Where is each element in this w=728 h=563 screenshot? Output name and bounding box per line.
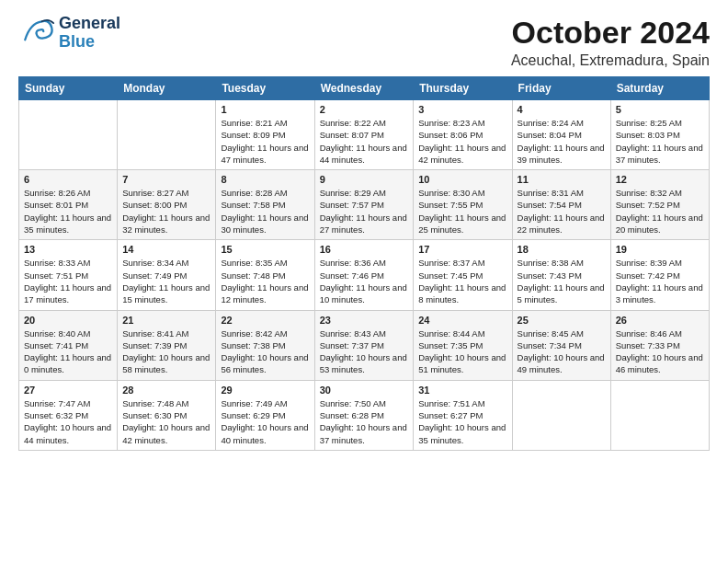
day-number: 3 [418, 104, 506, 115]
day-info: Sunrise: 8:40 AMSunset: 7:41 PMDaylight:… [24, 327, 112, 376]
day-info: Sunrise: 8:42 AMSunset: 7:38 PMDaylight:… [221, 327, 309, 376]
day-number: 7 [122, 174, 210, 185]
day-info: Sunrise: 8:27 AMSunset: 8:00 PMDaylight:… [122, 187, 210, 236]
day-info: Sunrise: 8:28 AMSunset: 7:58 PMDaylight:… [221, 187, 309, 236]
calendar-cell: 15Sunrise: 8:35 AMSunset: 7:48 PMDayligh… [216, 240, 314, 310]
day-number: 9 [320, 174, 409, 185]
day-info: Sunrise: 7:50 AMSunset: 6:28 PMDaylight:… [320, 397, 409, 446]
day-info: Sunrise: 8:32 AMSunset: 7:52 PMDaylight:… [616, 187, 704, 236]
calendar-cell: 5Sunrise: 8:25 AMSunset: 8:03 PMDaylight… [610, 100, 709, 170]
day-info: Sunrise: 8:31 AMSunset: 7:54 PMDaylight:… [518, 187, 606, 236]
calendar-cell: 30Sunrise: 7:50 AMSunset: 6:28 PMDayligh… [314, 380, 414, 450]
calendar-cell: 10Sunrise: 8:30 AMSunset: 7:55 PMDayligh… [414, 170, 512, 240]
title-block: October 2024 Aceuchal, Extremadura, Spai… [511, 15, 710, 69]
day-info: Sunrise: 7:48 AMSunset: 6:30 PMDaylight:… [122, 397, 210, 446]
calendar-cell: 26Sunrise: 8:46 AMSunset: 7:33 PMDayligh… [610, 310, 709, 380]
calendar-cell [19, 100, 118, 170]
calendar-cell: 23Sunrise: 8:43 AMSunset: 7:37 PMDayligh… [314, 310, 414, 380]
calendar-cell: 3Sunrise: 8:23 AMSunset: 8:06 PMDaylight… [414, 100, 512, 170]
calendar-cell: 21Sunrise: 8:41 AMSunset: 7:39 PMDayligh… [118, 310, 216, 380]
day-info: Sunrise: 8:29 AMSunset: 7:57 PMDaylight:… [320, 187, 409, 236]
calendar-cell: 13Sunrise: 8:33 AMSunset: 7:51 PMDayligh… [19, 240, 118, 310]
logo-general-text: General [59, 15, 120, 33]
day-number: 31 [418, 385, 506, 396]
calendar-cell [512, 380, 610, 450]
day-info: Sunrise: 8:46 AMSunset: 7:33 PMDaylight:… [616, 327, 704, 376]
calendar-cell: 12Sunrise: 8:32 AMSunset: 7:52 PMDayligh… [610, 170, 709, 240]
calendar-header-sunday: Sunday [19, 77, 118, 100]
day-number: 10 [418, 174, 506, 185]
day-number: 8 [221, 174, 309, 185]
day-number: 15 [221, 244, 309, 255]
calendar-cell: 14Sunrise: 8:34 AMSunset: 7:49 PMDayligh… [118, 240, 216, 310]
logo: General Blue [18, 15, 120, 52]
calendar-cell: 29Sunrise: 7:49 AMSunset: 6:29 PMDayligh… [216, 380, 314, 450]
day-number: 28 [122, 385, 210, 396]
day-number: 22 [221, 315, 309, 326]
day-info: Sunrise: 8:45 AMSunset: 7:34 PMDaylight:… [518, 327, 606, 376]
calendar-header-tuesday: Tuesday [216, 77, 314, 100]
day-info: Sunrise: 8:21 AMSunset: 8:09 PMDaylight:… [221, 117, 309, 166]
calendar-cell: 7Sunrise: 8:27 AMSunset: 8:00 PMDaylight… [118, 170, 216, 240]
page: General Blue October 2024 Aceuchal, Extr… [0, 0, 728, 460]
day-info: Sunrise: 7:51 AMSunset: 6:27 PMDaylight:… [418, 397, 506, 446]
day-info: Sunrise: 8:38 AMSunset: 7:43 PMDaylight:… [518, 257, 606, 305]
day-number: 4 [518, 104, 606, 115]
calendar-week-row: 20Sunrise: 8:40 AMSunset: 7:41 PMDayligh… [19, 310, 710, 380]
calendar-cell: 8Sunrise: 8:28 AMSunset: 7:58 PMDaylight… [216, 170, 314, 240]
logo-icon [18, 15, 55, 52]
day-number: 11 [518, 174, 606, 185]
day-number: 2 [320, 104, 409, 115]
calendar-cell: 9Sunrise: 8:29 AMSunset: 7:57 PMDaylight… [314, 170, 414, 240]
day-number: 16 [320, 244, 409, 255]
day-info: Sunrise: 8:41 AMSunset: 7:39 PMDaylight:… [122, 327, 210, 376]
calendar-cell: 4Sunrise: 8:24 AMSunset: 8:04 PMDaylight… [512, 100, 610, 170]
day-number: 1 [221, 104, 309, 115]
day-number: 21 [122, 315, 210, 326]
calendar-cell: 28Sunrise: 7:48 AMSunset: 6:30 PMDayligh… [118, 380, 216, 450]
month-title: October 2024 [511, 15, 710, 51]
day-number: 26 [616, 315, 704, 326]
day-info: Sunrise: 8:30 AMSunset: 7:55 PMDaylight:… [418, 187, 506, 236]
day-number: 23 [320, 315, 409, 326]
day-number: 13 [24, 244, 112, 255]
day-number: 14 [122, 244, 210, 255]
day-number: 19 [616, 244, 704, 255]
calendar-cell: 27Sunrise: 7:47 AMSunset: 6:32 PMDayligh… [19, 380, 118, 450]
day-number: 6 [24, 174, 112, 185]
calendar-table: SundayMondayTuesdayWednesdayThursdayFrid… [18, 76, 710, 451]
calendar-header-friday: Friday [512, 77, 610, 100]
calendar-cell: 17Sunrise: 8:37 AMSunset: 7:45 PMDayligh… [414, 240, 512, 310]
calendar-cell: 31Sunrise: 7:51 AMSunset: 6:27 PMDayligh… [414, 380, 512, 450]
day-number: 30 [320, 385, 409, 396]
calendar-week-row: 6Sunrise: 8:26 AMSunset: 8:01 PMDaylight… [19, 170, 710, 240]
calendar-cell: 20Sunrise: 8:40 AMSunset: 7:41 PMDayligh… [19, 310, 118, 380]
calendar-cell [610, 380, 709, 450]
calendar-cell: 24Sunrise: 8:44 AMSunset: 7:35 PMDayligh… [414, 310, 512, 380]
calendar-header-monday: Monday [118, 77, 216, 100]
header: General Blue October 2024 Aceuchal, Extr… [18, 15, 710, 69]
calendar-header-thursday: Thursday [414, 77, 512, 100]
day-info: Sunrise: 7:47 AMSunset: 6:32 PMDaylight:… [24, 397, 112, 446]
calendar-cell [118, 100, 216, 170]
day-info: Sunrise: 7:49 AMSunset: 6:29 PMDaylight:… [221, 397, 309, 446]
day-info: Sunrise: 8:34 AMSunset: 7:49 PMDaylight:… [122, 257, 210, 305]
day-info: Sunrise: 8:37 AMSunset: 7:45 PMDaylight:… [418, 257, 506, 305]
calendar-header-wednesday: Wednesday [314, 77, 414, 100]
day-number: 20 [24, 315, 112, 326]
day-number: 17 [418, 244, 506, 255]
day-info: Sunrise: 8:26 AMSunset: 8:01 PMDaylight:… [24, 187, 112, 236]
calendar-cell: 11Sunrise: 8:31 AMSunset: 7:54 PMDayligh… [512, 170, 610, 240]
day-number: 27 [24, 385, 112, 396]
calendar-cell: 18Sunrise: 8:38 AMSunset: 7:43 PMDayligh… [512, 240, 610, 310]
day-number: 25 [518, 315, 606, 326]
calendar-cell: 22Sunrise: 8:42 AMSunset: 7:38 PMDayligh… [216, 310, 314, 380]
day-number: 18 [518, 244, 606, 255]
calendar-cell: 19Sunrise: 8:39 AMSunset: 7:42 PMDayligh… [610, 240, 709, 310]
day-info: Sunrise: 8:22 AMSunset: 8:07 PMDaylight:… [320, 117, 409, 166]
day-info: Sunrise: 8:35 AMSunset: 7:48 PMDaylight:… [221, 257, 309, 305]
day-info: Sunrise: 8:36 AMSunset: 7:46 PMDaylight:… [320, 257, 409, 305]
day-info: Sunrise: 8:24 AMSunset: 8:04 PMDaylight:… [518, 117, 606, 166]
day-info: Sunrise: 8:44 AMSunset: 7:35 PMDaylight:… [418, 327, 506, 376]
day-info: Sunrise: 8:25 AMSunset: 8:03 PMDaylight:… [616, 117, 704, 166]
